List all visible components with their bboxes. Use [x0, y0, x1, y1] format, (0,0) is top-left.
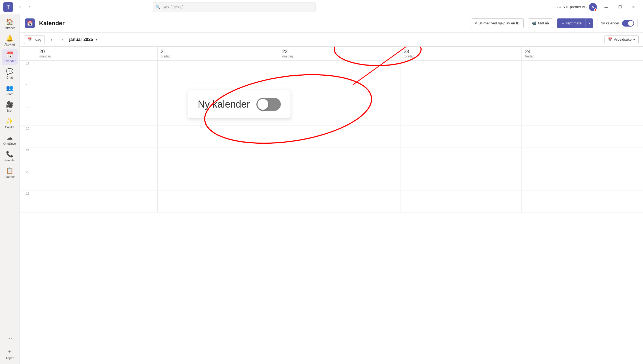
cal-cell-22-day-2[interactable] — [279, 169, 400, 191]
time-slot-21: 21 — [20, 147, 36, 169]
onedrive-icon: ☁ — [7, 134, 13, 141]
day-name-21: tirsdag — [161, 54, 276, 58]
cal-cell-22-day-4[interactable] — [521, 169, 643, 191]
time-slot-23: 23 — [20, 191, 36, 212]
sidebar-item-more[interactable]: ··· — [2, 333, 18, 344]
video-icon: 📹 — [532, 21, 536, 25]
sidebar-label-chat: Chat — [7, 76, 13, 79]
account-name: AGS IT-partner AS — [557, 5, 587, 9]
nav-back-button[interactable]: ‹ — [16, 3, 24, 11]
cal-cell-20-day-4[interactable] — [521, 126, 643, 147]
cal-cell-21-day-4[interactable] — [521, 147, 643, 169]
close-button[interactable]: ✕ — [627, 2, 640, 12]
avatar[interactable]: A — [589, 3, 597, 11]
ny-kalender-toggle-header[interactable]: Ny kalender — [597, 19, 638, 28]
sidebar-label-onedrive: OneDrive — [3, 142, 16, 145]
day-header-20: 20 mandag — [36, 47, 157, 60]
nav-forward-button[interactable]: › — [26, 3, 34, 11]
cal-cell-21-day-1[interactable] — [157, 147, 279, 169]
cal-cell-18-day-4[interactable] — [521, 82, 643, 104]
search-input[interactable] — [163, 5, 313, 9]
cal-cell-23-day-0[interactable] — [36, 191, 157, 212]
titlebar: T ‹ › 🔍 ··· AGS IT-partner AS A — ❐ ✕ — [0, 0, 643, 14]
day-name-24: fredag — [525, 54, 640, 58]
sidebar-item-kalender[interactable]: 📅 Kalender — [2, 49, 18, 65]
cal-cell-23-day-1[interactable] — [157, 191, 279, 212]
cal-cell-21-day-3[interactable] — [400, 147, 522, 169]
nav-controls: ‹ › — [16, 3, 34, 11]
ny-kalender-large-toggle[interactable] — [256, 98, 281, 111]
cal-cell-21-day-0[interactable] — [36, 147, 157, 169]
cal-cell-19-day-0[interactable] — [36, 104, 157, 126]
cal-cell-20-day-1[interactable] — [157, 126, 279, 147]
cal-cell-20-day-3[interactable] — [400, 126, 522, 147]
sidebar-item-apps[interactable]: ＋ Apper — [2, 345, 18, 362]
cal-cell-21-day-2[interactable] — [279, 147, 400, 169]
cal-cell-23-day-2[interactable] — [279, 191, 400, 212]
cal-cell-17-day-2[interactable] — [279, 61, 400, 82]
restore-button[interactable]: ❐ — [614, 2, 626, 12]
cal-cell-17-day-4[interactable] — [521, 61, 643, 82]
day-name-20: mandag — [39, 54, 154, 58]
cal-cell-22-day-3[interactable] — [400, 169, 522, 191]
sidebar-item-mot[interactable]: 🎥 Møt — [2, 99, 18, 114]
cal-cell-18-day-2[interactable] — [279, 82, 400, 104]
cal-cell-19-day-2[interactable] — [279, 104, 400, 126]
day-header-22: 22 onsdag — [279, 47, 400, 60]
sidebar-item-planner[interactable]: 📋 Planner — [2, 165, 18, 181]
cal-next-button[interactable]: › — [58, 36, 66, 44]
cal-cell-22-day-0[interactable] — [36, 169, 157, 191]
cal-cell-23-day-4[interactable] — [521, 191, 643, 212]
ny-kalender-popup: Ny kalender — [188, 90, 291, 119]
cal-cell-19-day-4[interactable] — [521, 104, 643, 126]
sidebar-item-samtaler[interactable]: 📞 Samtaler — [2, 149, 18, 164]
sidebar-label-team: Team — [6, 92, 13, 96]
mot-icon: 🎥 — [6, 101, 13, 108]
cal-cell-17-day-1[interactable] — [157, 61, 279, 82]
cal-cell-17-day-3[interactable] — [400, 61, 522, 82]
sidebar-item-intranet[interactable]: 🏠 Intranet — [2, 16, 18, 32]
minimize-button[interactable]: — — [600, 2, 613, 12]
planner-icon: 📋 — [6, 167, 13, 174]
new-meeting-button[interactable]: ＋ Nytt møte — [557, 18, 585, 28]
calendar-header-row: 20 mandag 21 tirsdag 22 onsdag 23 torsda… — [20, 47, 643, 61]
day-num-20: 20 — [39, 49, 154, 54]
month-dropdown-button[interactable]: ▾ — [96, 38, 97, 41]
cal-cell-22-day-1[interactable] — [157, 169, 279, 191]
day-num-23: 23 — [404, 49, 518, 54]
cal-cell-18-day-0[interactable] — [36, 82, 157, 104]
ny-kalender-toggle-switch-header[interactable] — [622, 20, 634, 27]
day-name-22: onsdag — [282, 54, 397, 58]
cal-cell-18-day-3[interactable] — [400, 82, 522, 104]
more-options-button[interactable]: ··· — [550, 4, 554, 10]
new-meeting-dropdown[interactable]: ▾ — [585, 18, 593, 28]
samtaler-icon: 📞 — [6, 151, 13, 158]
sidebar-item-aktivitet[interactable]: 🔔 Aktivitet — [2, 33, 18, 48]
calendar-wrapper: 20 mandag 21 tirsdag 22 onsdag 23 torsda… — [20, 47, 643, 364]
cal-cell-17-day-0[interactable] — [36, 61, 157, 82]
avatar-badge — [594, 8, 597, 11]
sidebar-item-onedrive[interactable]: ☁ OneDrive — [2, 132, 18, 147]
calendar-toolbar: 📅 I dag ‹ › januar 2025 ▾ 📅 Arbeidsuke ▾ — [20, 33, 643, 47]
join-by-id-button[interactable]: # Bli med ved hjelp av en ID — [471, 18, 524, 28]
calendar-body: 17181920212223 — [20, 61, 643, 364]
new-meeting-group: ＋ Nytt møte ▾ — [557, 18, 593, 28]
cal-cell-19-day-3[interactable] — [400, 104, 522, 126]
cal-view-button[interactable]: 📅 Arbeidsuke ▾ — [604, 35, 639, 44]
app-header: 📅 Kalender # Bli med ved hjelp av en ID … — [20, 14, 643, 33]
sidebar-item-chat[interactable]: 💬 Chat — [2, 66, 18, 81]
cal-prev-button[interactable]: ‹ — [47, 36, 56, 44]
sidebar-label-aktivitet: Aktivitet — [4, 43, 15, 46]
cal-cell-20-day-2[interactable] — [279, 126, 400, 147]
meet-now-button[interactable]: 📹 Møt nå — [528, 18, 553, 28]
cal-cell-20-day-0[interactable] — [36, 126, 157, 147]
day-header-21: 21 tirsdag — [157, 47, 279, 60]
time-slot-20: 20 — [20, 126, 36, 147]
cal-cell-23-day-3[interactable] — [400, 191, 522, 212]
search-bar[interactable]: 🔍 — [153, 2, 316, 12]
ny-kalender-header-label: Ny kalender — [601, 21, 619, 25]
sidebar-item-team[interactable]: 👥 Team — [2, 82, 18, 98]
today-button[interactable]: 📅 I dag — [24, 35, 45, 44]
cal-month-label: januar 2025 — [69, 37, 93, 42]
sidebar-item-copilot[interactable]: ✨ Copilot — [2, 115, 18, 131]
